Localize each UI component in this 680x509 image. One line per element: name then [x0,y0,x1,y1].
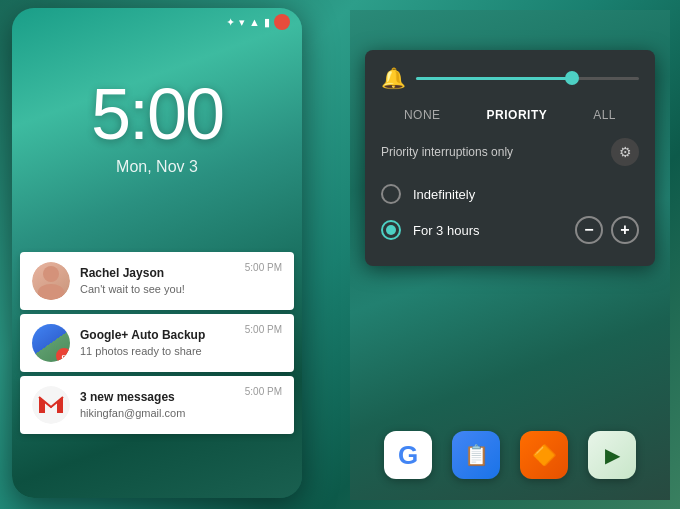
priority-row: Priority interruptions only ⚙ [381,138,639,166]
radio-indefinitely [381,184,401,204]
dock-play-icon[interactable]: ▶ [588,431,636,479]
status-bar-left: ✦ ▾ ▲ ▮ [12,8,302,36]
play-icon-symbol: ▶ [605,443,620,467]
clock-area: 5:00 Mon, Nov 3 [12,78,302,176]
notif-content-google: Google+ Auto Backup 11 photos ready to s… [80,328,235,358]
notif-content-gmail: 3 new messages hikingfan@gmail.com [80,390,235,420]
increment-button[interactable]: + [611,216,639,244]
gmail-icon-bg [32,386,70,424]
google-letter: G [398,440,418,471]
notif-popup: 🔔 NONE PRIORITY ALL Priority interruptio… [365,50,655,266]
notif-title-gmail: 3 new messages [80,390,235,406]
gear-icon: ⚙ [619,144,632,160]
priority-subtitle: Priority interruptions only [381,145,513,159]
notif-time-rachel: 5:00 PM [245,262,282,273]
tab-priority[interactable]: PRIORITY [479,104,556,126]
phone-left: ✦ ▾ ▲ ▮ 5:00 Mon, Nov 3 Rachel Jayson Ca… [12,8,302,498]
bluetooth-icon: ✦ [226,16,235,29]
label-3hours: For 3 hours [413,223,563,238]
slider-thumb [565,71,579,85]
dock-orange-icon[interactable]: 🔶 [520,431,568,479]
wifi-icon: ▾ [239,16,245,29]
notif-content-rachel: Rachel Jayson Can't wait to see you! [80,266,235,296]
duration-controls: − + [575,216,639,244]
bell-row: 🔔 [381,66,639,90]
avatar-google: g [32,324,70,362]
duration-3hours[interactable]: For 3 hours − + [381,210,639,250]
volume-slider[interactable] [416,77,639,80]
signal-icon: ▲ [249,16,260,28]
bell-icon: 🔔 [381,66,406,90]
radio-inner-3hours [386,225,396,235]
slider-fill [416,77,572,80]
person-silhouette [32,262,70,300]
clock-date: Mon, Nov 3 [12,158,302,176]
clock-time: 5:00 [12,78,302,150]
profile-icon [274,14,290,30]
tab-none[interactable]: NONE [396,104,449,126]
notification-rachel[interactable]: Rachel Jayson Can't wait to see you! 5:0… [20,252,294,310]
gear-button[interactable]: ⚙ [611,138,639,166]
notifications-list: Rachel Jayson Can't wait to see you! 5:0… [20,252,294,438]
docs-icon-symbol: 📋 [464,443,489,467]
panel-right: 🔔 NONE PRIORITY ALL Priority interruptio… [350,10,670,500]
notif-title-google: Google+ Auto Backup [80,328,235,344]
gmail-svg [37,395,65,415]
notif-time-google: 5:00 PM [245,324,282,335]
decrement-button[interactable]: − [575,216,603,244]
orange-icon-symbol: 🔶 [532,443,557,467]
avatar-gmail [32,386,70,424]
dock-google-icon[interactable]: G [384,431,432,479]
radio-3hours [381,220,401,240]
person-body [38,284,64,300]
duration-indefinitely[interactable]: Indefinitely [381,178,639,210]
person-head [43,266,59,282]
dock-docs-icon[interactable]: 📋 [452,431,500,479]
tab-all[interactable]: ALL [585,104,624,126]
notification-gmail[interactable]: 3 new messages hikingfan@gmail.com 5:00 … [20,376,294,434]
notif-title-rachel: Rachel Jayson [80,266,235,282]
notification-google[interactable]: g Google+ Auto Backup 11 photos ready to… [20,314,294,372]
avatar-rachel [32,262,70,300]
google-badge: g [56,348,70,362]
notif-body-rachel: Can't wait to see you! [80,282,235,296]
mode-tabs: NONE PRIORITY ALL [381,104,639,126]
status-icons: ✦ ▾ ▲ ▮ [226,14,290,30]
battery-icon: ▮ [264,16,270,29]
label-indefinitely: Indefinitely [413,187,639,202]
notif-time-gmail: 5:00 PM [245,386,282,397]
notif-body-gmail: hikingfan@gmail.com [80,406,235,420]
dock-area: G 📋 🔶 ▶ [350,420,670,500]
notif-body-google: 11 photos ready to share [80,344,235,358]
